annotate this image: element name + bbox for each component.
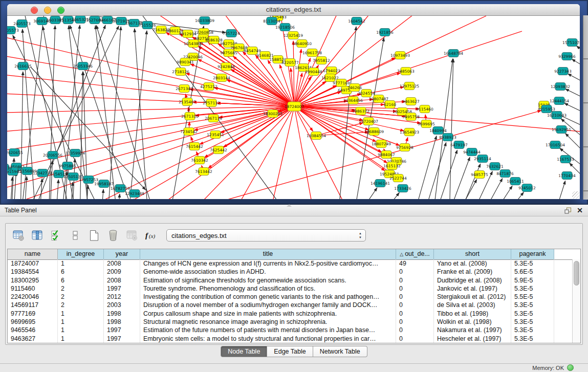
network-node[interactable]: 12444154 — [550, 97, 569, 105]
network-node[interactable]: 18640910 — [292, 40, 312, 48]
network-node[interactable]: 9485775 — [471, 171, 488, 179]
tab-node-table[interactable]: Node Table — [221, 346, 267, 357]
network-node[interactable]: 1065411 — [507, 178, 524, 185]
table-row[interactable]: 977716911998Corpus callosum shape and si… — [8, 310, 573, 318]
network-node[interactable]: 8113054 — [263, 17, 280, 25]
network-node[interactable]: 20364456 — [343, 97, 363, 104]
table-row[interactable]: 1938455462009Genome-wide association stu… — [8, 268, 573, 276]
network-node[interactable]: 9756928 — [396, 144, 413, 151]
column-header-short[interactable]: short — [434, 249, 511, 259]
memory-status-icon[interactable] — [567, 364, 574, 371]
network-node[interactable]: 16210643 — [547, 112, 567, 119]
network-node[interactable]: 6479197 — [450, 141, 468, 149]
network-node[interactable]: 9474444 — [463, 148, 481, 156]
network-node[interactable]: 19384554 — [307, 132, 326, 140]
tab-edge-table[interactable]: Edge Table — [267, 346, 313, 357]
splitter-handle[interactable] — [287, 204, 292, 207]
column-header-out_degree[interactable]: △out_de... — [396, 249, 434, 259]
network-node[interactable]: 1235451 — [207, 131, 224, 139]
network-node[interactable]: 2935114 — [474, 155, 491, 163]
table-row[interactable]: 946362711997Embryonic stem cells: a mode… — [8, 335, 573, 343]
network-node[interactable]: 1604542 — [348, 17, 365, 25]
table-row[interactable]: 946554611997Estimation of the future num… — [8, 326, 573, 334]
delete-rows-button[interactable] — [106, 229, 120, 242]
network-node[interactable]: 20206556 — [43, 151, 62, 159]
table-row[interactable]: 2242004622012Investigating the contribut… — [8, 293, 573, 301]
network-node[interactable]: 8938923 — [439, 134, 456, 141]
network-node[interactable]: 12325419 — [284, 32, 303, 39]
table-row[interactable]: 1456911722003Disruption of a novel membe… — [8, 301, 573, 309]
network-node[interactable]: 8471876 — [496, 170, 514, 178]
tab-network-table[interactable]: Network Table — [313, 346, 367, 357]
network-node[interactable]: 9245012 — [518, 184, 536, 192]
network-node[interactable]: 9875685 — [220, 49, 237, 57]
table-options-button[interactable] — [12, 229, 25, 242]
table-row[interactable]: 911546021997Tourette syndrome. Phenomeno… — [8, 285, 573, 293]
network-node[interactable]: 4275212 — [200, 83, 217, 91]
column-header-name[interactable]: name — [8, 249, 58, 259]
delete-table-disabled-button[interactable] — [125, 229, 139, 242]
network-node[interactable]: 7610342 — [191, 157, 208, 164]
network-node[interactable]: 14196141 — [371, 180, 390, 187]
new-table-button[interactable] — [88, 229, 101, 242]
network-node[interactable]: 2135467 — [179, 98, 196, 106]
network-node[interactable]: 2671342 — [176, 85, 193, 93]
column-header-pagerank[interactable]: pagerank — [511, 249, 554, 259]
network-window-titlebar[interactable]: citations_edges.txt — [7, 4, 580, 16]
network-node[interactable]: 7632621 — [486, 163, 504, 170]
select-columns-button[interactable] — [31, 229, 44, 242]
network-node[interactable]: 1615132 — [383, 162, 401, 170]
network-node[interactable]: 10973493 — [390, 52, 410, 59]
network-node[interactable]: 12093832 — [551, 83, 570, 91]
network-node[interactable]: 7986372 — [352, 107, 369, 115]
close-panel-icon[interactable]: ✕ — [577, 205, 583, 216]
network-node[interactable]: 1921856 — [376, 29, 394, 36]
network-node[interactable]: 18807249 — [372, 140, 391, 148]
network-node[interactable]: 2671310 — [181, 113, 199, 120]
table-row[interactable]: 1830029562008Estimation of significance … — [8, 276, 573, 285]
network-node[interactable]: 12342737 — [33, 169, 52, 177]
network-node[interactable]: 9463627 — [402, 98, 420, 105]
network-canvas[interactable]: 1872400771638228860128891293422260858982… — [7, 16, 580, 199]
network-node[interactable]: 17359924 — [66, 149, 85, 157]
network-node[interactable]: 7955812 — [313, 57, 330, 64]
network-node[interactable]: 19218506 — [275, 24, 295, 31]
network-node[interactable]: 9884067 — [378, 151, 395, 159]
column-header-title[interactable]: title — [140, 249, 396, 259]
network-node[interactable]: 12923448 — [125, 190, 144, 198]
network-node[interactable]: 12975125 — [400, 82, 419, 90]
network-node[interactable]: 1990448 — [305, 68, 322, 76]
network-node[interactable]: 2522744 — [389, 174, 407, 182]
network-node[interactable]: 62160 — [384, 101, 396, 108]
network-node[interactable]: 13654923 — [400, 128, 419, 136]
float-panel-icon[interactable] — [564, 207, 572, 214]
network-node[interactable]: 16961758 — [302, 49, 322, 57]
select-all-button[interactable] — [50, 229, 63, 242]
network-node[interactable]: 9115460 — [416, 105, 433, 113]
clear-selection-button[interactable] — [69, 229, 82, 242]
network-node[interactable]: 2718126 — [172, 68, 189, 76]
network-node[interactable]: 1167533 — [557, 156, 574, 163]
network-node[interactable]: 15692951 — [552, 126, 571, 134]
network-node[interactable]: 746266 — [347, 84, 362, 92]
network-node[interactable]: 7485063 — [397, 68, 415, 75]
network-node[interactable]: 9329966 — [558, 53, 576, 60]
network-node[interactable]: 9699695 — [418, 120, 435, 128]
network-node[interactable]: 7615442 — [186, 143, 203, 150]
resize-grip[interactable] — [572, 191, 579, 199]
network-node[interactable]: 15720407 — [359, 118, 378, 125]
network-node[interactable]: 3024554 — [358, 90, 375, 97]
table-selector-dropdown[interactable]: citations_edges.txt▲▼ — [166, 229, 366, 242]
table-scrollbar[interactable] — [572, 259, 580, 343]
network-node[interactable]: 1405573 — [7, 27, 19, 34]
column-header-year[interactable]: year — [104, 249, 140, 259]
table-row[interactable]: 1872400712008Changes of HCN gene express… — [8, 259, 573, 268]
network-node[interactable]: 9242848 — [217, 63, 235, 71]
network-node[interactable]: 7357224 — [223, 30, 240, 37]
network-node[interactable]: 16033809 — [195, 17, 214, 25]
network-node[interactable]: 9495758 — [402, 113, 420, 121]
network-node[interactable]: 2757112 — [203, 99, 220, 107]
column-header-in_degree[interactable]: in_degree — [58, 249, 104, 259]
function-builder-button[interactable]: f(x) — [144, 229, 158, 242]
network-node[interactable]: 1770434 — [558, 172, 576, 180]
